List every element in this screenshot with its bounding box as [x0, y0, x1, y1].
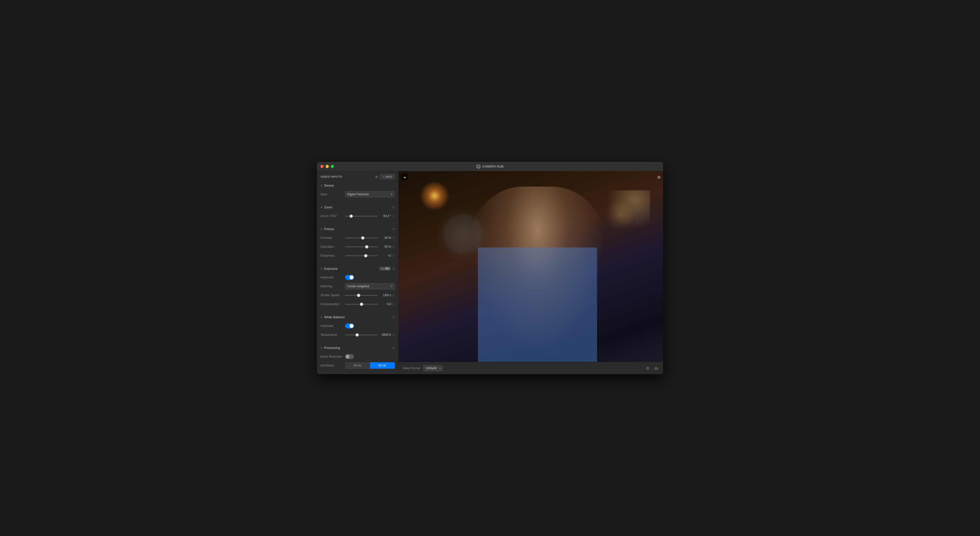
zoom-section-header[interactable]: ▼ Zoom ↺	[317, 203, 398, 212]
device-chevron-icon: ▼	[320, 184, 323, 187]
sharpness-label: Sharpness	[320, 254, 345, 257]
processing-reset-icon[interactable]: ↺	[392, 346, 395, 350]
sharpness-slider[interactable]	[345, 255, 378, 256]
app-title: CAMERA HUB	[482, 164, 504, 168]
shutter-decrement-btn[interactable]: ▼	[392, 295, 395, 297]
traffic-lights	[320, 165, 334, 168]
wb-reset-icon[interactable]: ↺	[392, 315, 395, 319]
compensation-row: Compensation 0.0 ▲ ▼	[320, 301, 395, 308]
noise-knob	[345, 355, 350, 359]
collapse-sidebar-btn[interactable]: ◀	[401, 174, 408, 181]
title-bar: ⊙ CAMERA HUB	[317, 162, 663, 171]
settings-gear-icon: ⚙	[657, 175, 660, 179]
metering-select[interactable]: Center-weighted Average Spot	[345, 283, 395, 289]
exposure-reset-icon[interactable]: ↺	[392, 267, 395, 271]
shutter-increment-btn[interactable]: ▲	[392, 294, 395, 295]
compensation-decrement-btn[interactable]: ▼	[392, 304, 395, 306]
settings-btn[interactable]: ⚙	[657, 174, 660, 181]
section-picture: ▼ Picture ↺ Contrast 30 %	[317, 225, 398, 264]
temperature-slider[interactable]	[345, 335, 378, 335]
device-section-content: Input Elgato Facecam Built-in Camera USB…	[317, 190, 398, 203]
picture-chevron-icon: ▼	[320, 228, 323, 230]
picture-section-header[interactable]: ▼ Picture ↺	[317, 225, 398, 233]
saturation-row: Saturation 55 % ▲ ▼	[320, 243, 395, 250]
antiflicker-60hz-btn[interactable]: 60 Hz	[370, 362, 395, 369]
fov-slider[interactable]	[345, 216, 378, 217]
screenshot-btn[interactable]: ⊙	[645, 365, 650, 372]
contrast-value: 30 %	[380, 236, 391, 239]
zoom-reset-icon[interactable]: ↺	[392, 206, 395, 209]
sharpness-value: +2	[380, 254, 391, 257]
picture-section-title: Picture	[324, 227, 334, 231]
shutter-slider[interactable]	[345, 295, 378, 296]
section-device: ▼ Device Input Elgato Facecam Built-in C…	[317, 181, 398, 203]
compensation-slider[interactable]	[345, 304, 378, 305]
maximize-button[interactable]	[331, 165, 334, 168]
input-label: Input	[320, 193, 345, 196]
iso-badge: ISO 822	[380, 267, 391, 271]
sidebar: VIDEO INPUTS ⊞ ↑ SAVE ▼ Device	[317, 171, 399, 374]
device-section-title: Device	[324, 183, 334, 187]
contrast-row: Contrast 30 % ▲ ▼	[320, 234, 395, 241]
compensation-increment-btn[interactable]: ▲	[392, 302, 395, 304]
antiflicker-50hz-btn[interactable]: 50 Hz	[345, 362, 370, 369]
minimize-button[interactable]	[326, 165, 329, 168]
zoom-chevron-icon: ▼	[320, 206, 323, 209]
video-container: ◀ ⚙	[399, 171, 663, 362]
input-select[interactable]: Elgato Facecam Built-in Camera USB Camer…	[345, 191, 395, 197]
wb-section-title: White Balance	[324, 315, 345, 319]
saturation-label: Saturation	[320, 245, 345, 249]
exposure-section-header[interactable]: ▼ Exposure ISO 822 ↺	[317, 264, 398, 273]
temperature-row: Temperature 4500 K ▲ ▼	[320, 331, 395, 338]
saturation-decrement-btn[interactable]: ▼	[392, 247, 395, 249]
close-button[interactable]	[320, 165, 324, 168]
fov-label: Zoom / FOV	[320, 214, 345, 218]
exposure-auto-label: Automatic	[320, 276, 345, 279]
fov-increment-btn[interactable]: ▲	[392, 214, 395, 216]
exposure-section-content: Automatic Metering Center-weighted Avera…	[317, 273, 398, 313]
camera-hub-icon: ⊙	[476, 164, 480, 169]
input-row: Input Elgato Facecam Built-in Camera USB…	[320, 191, 395, 198]
format-select-wrapper: 1080p60 1080p30 720p60 720p30 4K30 ▼	[423, 365, 443, 371]
fov-row: Zoom / FOV 83.2 ° ▲ ▼	[320, 212, 395, 220]
zoom-section-title: Zoom	[324, 206, 332, 209]
metering-row: Metering Center-weighted Average Spot ▼	[320, 283, 395, 290]
temperature-increment-btn[interactable]: ▲	[392, 333, 395, 335]
exposure-auto-knob	[350, 276, 353, 279]
noise-toggle[interactable]	[345, 354, 354, 359]
wb-chevron-icon: ▼	[320, 316, 323, 319]
wb-auto-knob	[350, 324, 353, 328]
contrast-slider[interactable]	[345, 238, 378, 238]
saturation-slider[interactable]	[345, 246, 378, 247]
save-button[interactable]: ↑ SAVE	[380, 174, 395, 179]
device-section-header[interactable]: ▼ Device	[317, 181, 398, 190]
exposure-auto-toggle[interactable]	[345, 275, 354, 280]
wb-auto-toggle[interactable]	[345, 324, 354, 329]
saturation-increment-btn[interactable]: ▲	[392, 245, 395, 247]
shutter-value: 1/64 s	[380, 294, 391, 297]
folder-btn[interactable]: 🗂	[653, 365, 659, 372]
processing-section-header[interactable]: ▼ Processing ↺	[317, 343, 398, 352]
shutter-label: Shutter Speed	[320, 294, 345, 297]
iso-value: 822	[385, 267, 390, 270]
exposure-auto-row: Automatic	[320, 274, 395, 281]
temperature-label: Temperature	[320, 333, 345, 337]
saturation-value: 55 %	[380, 245, 391, 249]
wb-section-header[interactable]: ▼ White Balance ↺	[317, 313, 398, 321]
temperature-decrement-btn[interactable]: ▼	[392, 335, 395, 337]
processing-section-title: Processing	[324, 346, 340, 350]
video-area: ◀ ⚙ Video Format 1080p60 1080p30 720p60 …	[399, 171, 663, 374]
video-top-bar: ◀ ⚙	[401, 174, 660, 181]
contrast-label: Contrast	[320, 236, 345, 239]
sharpness-increment-btn[interactable]: ▲	[392, 254, 395, 255]
fov-decrement-btn[interactable]: ▼	[392, 216, 395, 218]
picture-reset-icon[interactable]: ↺	[392, 227, 395, 231]
contrast-decrement-btn[interactable]: ▼	[392, 238, 395, 239]
section-processing: ▼ Processing ↺ Noise Reduction	[317, 343, 398, 374]
format-select[interactable]: 1080p60 1080p30 720p60 720p30 4K30	[423, 365, 443, 371]
layout-icon[interactable]: ⊞	[375, 175, 378, 179]
bokeh-lights	[576, 190, 650, 240]
contrast-increment-btn[interactable]: ▲	[392, 236, 395, 238]
sharpness-decrement-btn[interactable]: ▼	[392, 255, 395, 257]
sidebar-title: VIDEO INPUTS	[320, 175, 342, 178]
